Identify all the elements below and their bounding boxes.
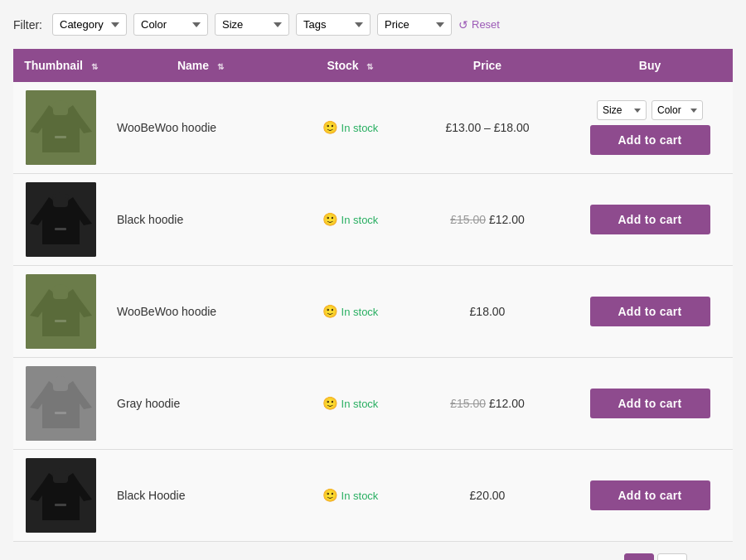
product-buy-cell: SizeXSSMLXLColorGreenBlackGrayAdd to car…: [567, 82, 733, 174]
svg-rect-13: [55, 228, 66, 230]
product-stock: 🙂In stock: [293, 82, 408, 174]
product-buy-cell: Add to cart: [567, 358, 733, 450]
footer-bar: Showing 1 to 5 of 9 entries Previous 1 2…: [13, 553, 733, 560]
price-filter[interactable]: Price: [377, 13, 452, 36]
page-1-button[interactable]: 1: [624, 553, 654, 560]
product-thumbnail: [26, 182, 96, 257]
svg-rect-20: [55, 320, 66, 322]
product-price: £20.00: [408, 450, 567, 542]
stock-label: In stock: [342, 122, 379, 134]
product-price: £15.00£12.00: [408, 174, 567, 266]
product-stock: 🙂In stock: [293, 358, 408, 450]
product-thumbnail-cell: [13, 450, 109, 542]
product-thumbnail-cell: [13, 82, 109, 174]
filter-bar: Filter: Category Hoodies T-Shirts Color …: [13, 13, 733, 36]
product-thumbnail-cell: [13, 266, 109, 358]
tags-filter[interactable]: Tags: [296, 13, 371, 36]
product-name: WooBeWoo hoodie: [109, 82, 293, 174]
col-price: Price: [408, 49, 567, 82]
product-thumbnail: [26, 90, 96, 165]
table-row: Black Hoodie🙂In stock£20.00Add to cart: [13, 450, 733, 542]
svg-rect-27: [55, 412, 66, 414]
hoodie-svg: [26, 90, 96, 165]
product-name: WooBeWoo hoodie: [109, 266, 293, 358]
hoodie-svg: [26, 458, 96, 533]
table-row: WooBeWoo hoodie🙂In stock£18.00Add to car…: [13, 266, 733, 358]
product-price: £15.00£12.00: [408, 358, 567, 450]
svg-rect-17: [53, 289, 68, 299]
size-select[interactable]: SizeXSSMLXL: [597, 100, 647, 120]
product-buy-cell: Add to cart: [567, 266, 733, 358]
reset-icon: ↺: [458, 18, 468, 31]
product-thumbnail-cell: [13, 174, 109, 266]
color-filter[interactable]: Color Black Green Gray: [133, 13, 208, 36]
product-buy-cell: Add to cart: [567, 450, 733, 542]
price-value: £18.00: [470, 305, 506, 318]
product-stock: 🙂In stock: [293, 266, 408, 358]
add-to-cart-button-5[interactable]: Add to cart: [590, 480, 710, 510]
sort-arrows-stock: ⇅: [366, 62, 373, 71]
product-thumbnail: [26, 458, 96, 533]
svg-rect-24: [53, 381, 68, 391]
add-to-cart-button-1[interactable]: Add to cart: [590, 125, 710, 155]
in-stock-icon: 🙂: [322, 304, 338, 319]
next-button[interactable]: Next: [690, 554, 733, 560]
product-name: Black hoodie: [109, 174, 293, 266]
product-buy-cell: Add to cart: [567, 174, 733, 266]
color-select[interactable]: ColorGreenBlackGray: [652, 100, 703, 120]
sort-arrows-thumbnail: ⇅: [91, 62, 98, 71]
original-price: £15.00: [450, 397, 486, 410]
table-row: Black hoodie🙂In stock£15.00£12.00Add to …: [13, 174, 733, 266]
svg-rect-3: [53, 105, 68, 115]
in-stock-icon: 🙂: [322, 396, 338, 411]
product-name: Black Hoodie: [109, 450, 293, 542]
product-thumbnail-cell: [13, 358, 109, 450]
page-2-button[interactable]: 2: [657, 553, 687, 560]
add-to-cart-button-4[interactable]: Add to cart: [590, 389, 710, 418]
svg-rect-6: [55, 136, 66, 138]
sale-price: £12.00: [489, 397, 525, 410]
previous-button[interactable]: Previous: [560, 554, 622, 560]
stock-label: In stock: [342, 214, 379, 226]
table-header-row: Thumbnail ⇅ Name ⇅ Stock ⇅ Price Buy: [13, 49, 733, 82]
stock-label: In stock: [342, 398, 379, 410]
category-filter[interactable]: Category Hoodies T-Shirts: [52, 13, 127, 36]
product-stock: 🙂In stock: [293, 174, 408, 266]
stock-label: In stock: [342, 490, 379, 502]
reset-button[interactable]: ↺ Reset: [458, 18, 500, 31]
col-name[interactable]: Name ⇅: [109, 49, 293, 82]
svg-rect-31: [53, 473, 68, 483]
svg-rect-34: [55, 504, 66, 506]
in-stock-icon: 🙂: [322, 212, 338, 227]
pagination: Previous 1 2 Next: [560, 553, 733, 560]
product-thumbnail: [26, 274, 96, 349]
product-table: Thumbnail ⇅ Name ⇅ Stock ⇅ Price Buy: [13, 49, 733, 542]
hoodie-svg: [26, 366, 96, 441]
svg-rect-10: [53, 197, 68, 207]
price-value: £13.00 – £18.00: [445, 121, 529, 134]
in-stock-icon: 🙂: [322, 488, 338, 503]
product-thumbnail: [26, 366, 96, 441]
size-filter[interactable]: Size XS S M L XL: [215, 13, 289, 36]
add-to-cart-button-2[interactable]: Add to cart: [590, 205, 710, 234]
original-price: £15.00: [450, 213, 486, 226]
product-price: £13.00 – £18.00: [408, 82, 567, 174]
col-stock[interactable]: Stock ⇅: [293, 49, 408, 82]
sale-price: £12.00: [489, 213, 525, 226]
hoodie-svg: [26, 274, 96, 349]
col-thumbnail[interactable]: Thumbnail ⇅: [13, 49, 109, 82]
product-name: Gray hoodie: [109, 358, 293, 450]
product-stock: 🙂In stock: [293, 450, 408, 542]
product-price: £18.00: [408, 266, 567, 358]
price-value: £20.00: [470, 489, 506, 502]
table-row: Gray hoodie🙂In stock£15.00£12.00Add to c…: [13, 358, 733, 450]
in-stock-icon: 🙂: [322, 120, 338, 135]
buy-selects: SizeXSSMLXLColorGreenBlackGray: [597, 100, 703, 120]
table-row: WooBeWoo hoodie🙂In stock£13.00 – £18.00S…: [13, 82, 733, 174]
col-buy: Buy: [567, 49, 733, 82]
stock-label: In stock: [342, 306, 379, 318]
filter-label: Filter:: [13, 18, 42, 31]
add-to-cart-button-3[interactable]: Add to cart: [590, 297, 710, 326]
hoodie-svg: [26, 182, 96, 257]
sort-arrows-name: ⇅: [217, 62, 224, 71]
